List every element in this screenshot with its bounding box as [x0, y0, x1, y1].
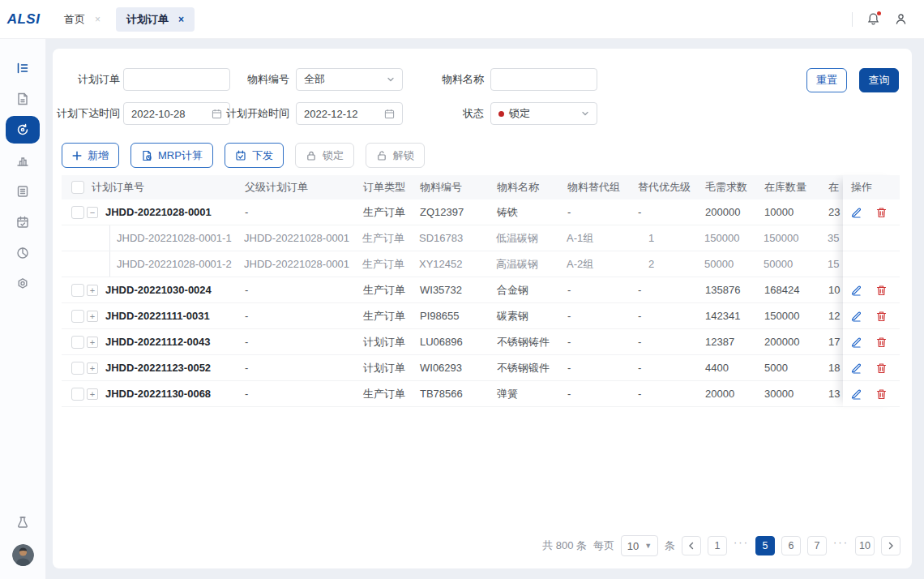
row-checkbox[interactable]	[71, 284, 84, 297]
filter-label-status: 状态	[377, 102, 484, 125]
close-icon[interactable]: ×	[178, 15, 184, 24]
select-all-checkbox[interactable]	[71, 181, 84, 194]
parent-order: -	[245, 388, 363, 400]
col-substitute-group: 物料替代组	[567, 180, 638, 195]
tab-planned-orders[interactable]: 计划订单 ×	[116, 7, 195, 32]
add-button[interactable]: 新增	[62, 143, 119, 168]
main-content: 计划订单 物料编号 全部 物料名称 计划下达时间 2022-10-28 计划开始…	[53, 49, 912, 568]
reset-button[interactable]: 重置	[806, 68, 847, 92]
page-size-select[interactable]: 10 ▼	[621, 535, 658, 556]
filter-label-plan-order: 计划订单	[53, 68, 120, 91]
table-row[interactable]: + JHDD-20221111-0031 - 生产订单 PI98655 碳素钢 …	[62, 303, 900, 329]
delete-icon[interactable]	[876, 311, 887, 322]
substitute-group: -	[567, 362, 638, 374]
row-checkbox[interactable]	[71, 206, 84, 219]
substitute-group: -	[567, 388, 638, 400]
plan-order-no: JHDD-20221030-0024	[105, 284, 245, 296]
col-order-type: 订单类型	[363, 180, 420, 195]
operations-cell	[843, 251, 900, 277]
edit-icon[interactable]	[851, 207, 862, 218]
expand-toggle-icon[interactable]: +	[87, 388, 98, 400]
edit-icon[interactable]	[851, 337, 862, 348]
sidebar-item-production-plan[interactable]	[0, 114, 46, 145]
table-row[interactable]: + JHDD-20221112-0043 - 计划订单 LU06896 不锈钢铸…	[62, 329, 900, 355]
orders-table: 计划订单号 父级计划订单 订单类型 物料编号 物料名称 物料替代组 替代优先级 …	[62, 175, 900, 407]
order-type: 生产订单	[362, 231, 419, 246]
status-select[interactable]: 锁定	[490, 102, 597, 125]
edit-icon[interactable]	[851, 362, 862, 374]
gross-demand: 12387	[705, 336, 764, 348]
material-name: 弹簧	[497, 387, 567, 401]
user-avatar[interactable]	[12, 544, 34, 566]
material-no: PI98655	[420, 310, 497, 322]
page-button-7[interactable]: 7	[807, 536, 827, 555]
row-checkbox[interactable]	[71, 388, 84, 401]
next-page-button[interactable]	[881, 536, 900, 555]
substitute-group: A-1组	[567, 231, 637, 246]
tree-line	[71, 251, 110, 277]
page-button-1[interactable]: 1	[708, 536, 727, 555]
expand-toggle-icon[interactable]: +	[87, 337, 98, 348]
mrp-calc-button[interactable]: MRP计算	[130, 143, 213, 168]
close-icon[interactable]: ×	[95, 15, 101, 24]
expand-toggle-icon[interactable]: −	[87, 207, 98, 218]
edit-icon[interactable]	[851, 311, 862, 322]
collapse-menu-icon[interactable]	[0, 53, 46, 84]
divider	[852, 12, 853, 27]
sidebar-bottom	[12, 515, 34, 579]
plan-order-no: JHDD-20221112-0043	[105, 336, 245, 348]
stock-qty: 10000	[764, 206, 828, 218]
page-button-5[interactable]: 5	[755, 536, 775, 555]
table-row-child[interactable]: JHDD-20221028-0001-2 JHDD-20221028-0001 …	[62, 251, 900, 277]
material-no: TB78566	[420, 388, 497, 400]
table-row[interactable]: + JHDD-20221130-0068 - 生产订单 TB78566 弹簧 -…	[62, 381, 900, 407]
delete-icon[interactable]	[876, 362, 887, 374]
edit-icon[interactable]	[851, 388, 862, 400]
topbar: ALSI 首页 × 计划订单 ×	[0, 0, 924, 39]
status-dot	[498, 111, 504, 117]
search-button[interactable]: 查询	[859, 68, 899, 92]
notification-bell-icon[interactable]	[866, 12, 880, 26]
gross-demand: 50000	[704, 258, 764, 270]
delete-icon[interactable]	[876, 207, 887, 218]
table-row-child[interactable]: JHDD-20221028-0001-1 JHDD-20221028-0001 …	[62, 225, 900, 251]
gross-demand: 142341	[705, 310, 764, 322]
page-button-6[interactable]: 6	[781, 536, 801, 555]
material-no: XY12452	[419, 258, 496, 270]
substitute-priority: 1	[637, 232, 704, 244]
user-icon[interactable]	[894, 12, 908, 26]
delete-icon[interactable]	[876, 388, 887, 400]
col-material-no: 物料编号	[420, 180, 497, 195]
expand-toggle-icon[interactable]: +	[87, 311, 98, 322]
calendar-icon[interactable]	[0, 207, 46, 238]
settings-gear-icon[interactable]	[0, 268, 46, 299]
form-icon[interactable]	[0, 176, 46, 207]
row-checkbox[interactable]	[71, 362, 84, 375]
expand-toggle-icon[interactable]: +	[87, 362, 98, 374]
table-body: − JHDD-20221028-0001 - 生产订单 ZQ12397 铸铁 -…	[62, 199, 900, 407]
delete-icon[interactable]	[876, 337, 887, 348]
expand-toggle-icon[interactable]: +	[87, 285, 98, 296]
row-checkbox[interactable]	[71, 310, 84, 323]
bar-chart-icon[interactable]	[0, 145, 46, 176]
table-row[interactable]: + JHDD-20221030-0024 - 生产订单 WI35732 合金钢 …	[62, 277, 900, 303]
flask-icon[interactable]	[15, 515, 30, 533]
lock-button[interactable]: 锁定	[295, 143, 354, 168]
row-checkbox[interactable]	[71, 336, 84, 349]
substitute-group: -	[567, 310, 638, 322]
table-row[interactable]: − JHDD-20221028-0001 - 生产订单 ZQ12397 铸铁 -…	[62, 199, 900, 225]
tab-bar: 首页 × 计划订单 ×	[53, 7, 195, 32]
edit-icon[interactable]	[851, 285, 862, 296]
prev-page-button[interactable]	[682, 536, 701, 555]
unlock-icon	[376, 150, 387, 161]
tab-home[interactable]: 首页 ×	[53, 7, 111, 32]
page-button-10[interactable]: 10	[855, 536, 875, 555]
unlock-button[interactable]: 解锁	[366, 143, 425, 168]
release-button[interactable]: 下发	[225, 143, 284, 168]
table-row[interactable]: + JHDD-20221123-0052 - 计划订单 WI06293 不锈钢锻…	[62, 355, 900, 381]
material-name-input[interactable]	[490, 68, 597, 91]
document-icon[interactable]	[0, 84, 46, 114]
material-no: ZQ12397	[420, 206, 497, 218]
pie-chart-icon[interactable]	[0, 238, 46, 268]
delete-icon[interactable]	[876, 285, 887, 296]
